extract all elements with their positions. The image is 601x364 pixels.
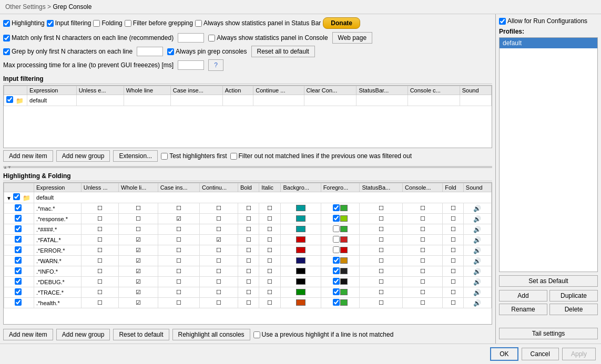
table-row[interactable]: .*####.* ☐ ☐ ☐ ☐ ☐ ☐ ☐ ☐ ☐ 🔊 <box>4 224 492 235</box>
cancel-button[interactable]: Cancel <box>522 348 559 360</box>
fg-color-box[interactable] <box>340 215 348 222</box>
allow-run-checkbox-item[interactable]: Allow for Run Configurations <box>499 17 598 25</box>
hf-fg-checkbox[interactable] <box>333 215 340 222</box>
table-row[interactable]: ▼ 📁 default <box>4 192 492 203</box>
hf-row-fg[interactable] <box>321 224 360 235</box>
hf-row-checkbox[interactable] <box>15 215 22 222</box>
hf-fg-checkbox[interactable] <box>333 246 340 253</box>
hf-row-bg[interactable] <box>281 224 321 235</box>
rename-button[interactable]: Rename <box>499 304 547 315</box>
grep-first-n-input[interactable]: 1000 <box>137 47 163 56</box>
table-row[interactable]: .*FATAL.* ☐ ☑ ☐ ☑ ☐ ☐ ☐ ☐ ☐ 🔊 <box>4 235 492 245</box>
always-show-console-checkbox[interactable] <box>208 35 215 41</box>
always-show-status-checkbox-item[interactable]: Always show statistics panel in Status B… <box>195 19 321 27</box>
hf-row-checkbox[interactable] <box>15 236 22 243</box>
filter-out-checkbox[interactable] <box>230 153 237 160</box>
delete-button[interactable]: Delete <box>549 304 598 315</box>
filter-out-checkbox-item[interactable]: Filter out not matched lines if the prev… <box>230 152 412 160</box>
hf-fg-checkbox[interactable] <box>333 257 340 264</box>
hf-row-bg[interactable] <box>281 287 321 298</box>
fg-color-box[interactable] <box>340 226 348 232</box>
filter-add-item-button[interactable]: Add new item <box>3 150 53 162</box>
bg-color-box[interactable] <box>296 278 305 285</box>
hf-row-fg[interactable] <box>321 256 360 266</box>
fg-color-box[interactable] <box>340 257 348 264</box>
grep-first-n-checkbox-item[interactable]: Grep by only first N characters on each … <box>3 48 133 55</box>
hf-rehighlight-button[interactable]: Rehighlight all consoles <box>172 329 250 340</box>
hf-row-checkbox[interactable] <box>15 267 22 274</box>
hf-row-fg[interactable] <box>321 277 360 287</box>
filter-before-checkbox-item[interactable]: Filter before grepping <box>125 19 193 27</box>
hf-row-fg[interactable] <box>321 214 360 224</box>
input-filtering-checkbox[interactable] <box>47 20 54 27</box>
hf-row-fg[interactable] <box>321 298 360 308</box>
hf-fg-checkbox[interactable] <box>333 267 340 274</box>
apply-button[interactable]: Apply <box>562 348 596 360</box>
match-first-n-checkbox-item[interactable]: Match only first N characters on each li… <box>3 34 174 41</box>
table-row[interactable]: 📁 default <box>4 95 492 106</box>
fg-color-box[interactable] <box>340 268 348 274</box>
table-row[interactable]: .*WARN.* ☐ ☑ ☐ ☐ ☐ ☐ ☐ ☐ ☐ 🔊 <box>4 256 492 266</box>
hf-row-fg[interactable] <box>321 245 360 256</box>
highlighting-checkbox[interactable] <box>3 20 10 27</box>
table-row[interactable]: .*health.* ☐ ☑ ☐ ☐ ☐ ☐ ☐ ☐ ☐ 🔊 <box>4 298 492 308</box>
hf-row-bg[interactable] <box>281 266 321 277</box>
set-default-button[interactable]: Set as Default <box>499 275 598 287</box>
bg-color-box[interactable] <box>296 215 305 222</box>
use-previous-checkbox-item[interactable]: Use a previous highlight if a line is no… <box>253 331 394 338</box>
test-highlighters-checkbox-item[interactable]: Test highlighters first <box>161 152 227 160</box>
fg-color-box[interactable] <box>340 289 348 295</box>
reset-all-button[interactable]: Reset all to default <box>251 46 315 57</box>
always-show-status-checkbox[interactable] <box>195 20 202 27</box>
grep-first-n-checkbox[interactable] <box>3 48 10 55</box>
allow-run-checkbox[interactable] <box>499 18 506 25</box>
hf-row-fg[interactable] <box>321 287 360 298</box>
highlighting-checkbox-item[interactable]: Highlighting <box>3 19 45 27</box>
filter-table-container[interactable]: Expression Unless e... Whole line Case i… <box>3 85 492 148</box>
table-row[interactable]: .*TRACE.* ☐ ☑ ☐ ☐ ☐ ☐ ☐ ☐ ☐ 🔊 <box>4 287 492 298</box>
hf-fg-checkbox[interactable] <box>333 225 340 232</box>
hf-row-checkbox[interactable] <box>15 278 22 285</box>
use-previous-checkbox[interactable] <box>253 331 260 338</box>
fg-color-box[interactable] <box>340 299 348 306</box>
hf-row-bg[interactable] <box>281 298 321 308</box>
bg-color-box[interactable] <box>296 236 305 243</box>
hf-row-checkbox[interactable] <box>15 288 22 295</box>
table-row[interactable]: .*DEBUG.* ☐ ☑ ☐ ☐ ☐ ☐ ☐ ☐ ☐ 🔊 <box>4 277 492 287</box>
table-row[interactable]: .*response.* ☐ ☐ ☑ ☐ ☐ ☐ ☐ ☐ ☐ 🔊 <box>4 214 492 224</box>
folding-checkbox-item[interactable]: Folding <box>93 19 122 27</box>
hf-row-checkbox[interactable] <box>15 225 22 232</box>
hf-row-checkbox[interactable] <box>15 204 22 211</box>
hf-fg-checkbox[interactable] <box>333 278 340 285</box>
hf-row-checkbox[interactable] <box>15 257 22 264</box>
hf-row-bg[interactable] <box>281 245 321 256</box>
hf-add-item-button[interactable]: Add new item <box>3 329 53 340</box>
duplicate-button[interactable]: Duplicate <box>549 290 598 301</box>
profile-item[interactable]: default <box>500 38 597 48</box>
hf-fg-checkbox[interactable] <box>333 288 340 295</box>
hf-fg-checkbox[interactable] <box>333 204 340 211</box>
hf-row-bg[interactable] <box>281 203 321 214</box>
add-button[interactable]: Add <box>499 290 547 301</box>
bg-color-box[interactable] <box>296 205 305 211</box>
always-pin-checkbox[interactable] <box>167 48 174 55</box>
folding-checkbox[interactable] <box>93 20 100 27</box>
table-row[interactable]: .*mac.* ☐ ☐ ☐ ☐ ☐ ☐ ☐ ☐ ☐ 🔊 <box>4 203 492 214</box>
bg-color-box[interactable] <box>296 299 305 306</box>
match-first-n-input[interactable]: 120 <box>178 33 204 43</box>
question-button[interactable]: ? <box>208 59 223 71</box>
tail-settings-button[interactable]: Tail settings <box>499 328 598 339</box>
hf-row-fg[interactable] <box>321 266 360 277</box>
web-page-button[interactable]: Web page <box>332 32 373 44</box>
hf-row-fg[interactable] <box>321 203 360 214</box>
bg-color-box[interactable] <box>296 226 305 232</box>
filter-add-group-button[interactable]: Add new group <box>56 150 110 162</box>
fg-color-box[interactable] <box>340 205 348 211</box>
drag-handle-icon[interactable]: ▲▼ <box>3 165 12 170</box>
filter-row-checkbox[interactable] <box>6 96 13 103</box>
bg-color-box[interactable] <box>296 268 305 274</box>
fg-color-box[interactable] <box>340 236 348 243</box>
donate-button[interactable]: Donate <box>323 17 360 29</box>
hf-add-group-button[interactable]: Add new group <box>56 329 110 340</box>
collapse-icon[interactable]: ▼ <box>6 195 12 201</box>
